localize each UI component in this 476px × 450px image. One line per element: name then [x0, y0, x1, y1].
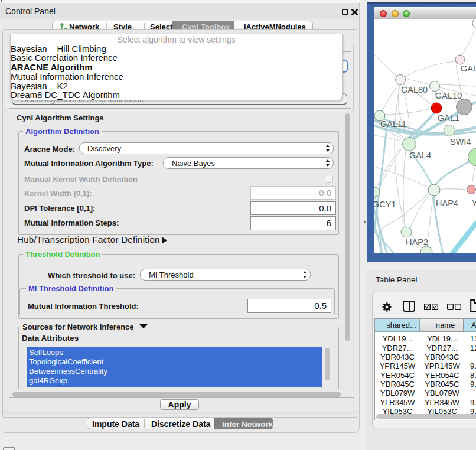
svg-text:HAP2: HAP2	[406, 237, 428, 247]
svg-text:GAL4: GAL4	[409, 151, 431, 160]
svg-text:GAL: GAL	[461, 64, 476, 73]
svg-text:GAL80: GAL80	[401, 85, 428, 94]
svg-text:GAL1: GAL1	[438, 113, 459, 123]
svg-text:SWI4: SWI4	[450, 137, 471, 146]
svg-text:HAP4: HAP4	[436, 198, 458, 208]
svg-text:Y: Y	[472, 198, 476, 208]
svg-text:GAL11: GAL11	[380, 119, 406, 129]
svg-text:GCY1: GCY1	[374, 200, 396, 209]
svg-text:GAL10: GAL10	[435, 91, 462, 100]
